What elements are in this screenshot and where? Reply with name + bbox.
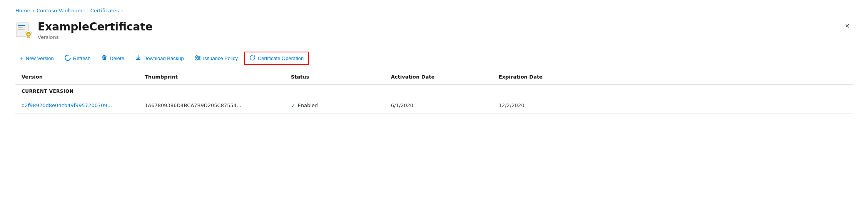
cert-operation-icon [249, 55, 255, 62]
refresh-label: Refresh [73, 55, 91, 61]
svg-rect-8 [102, 56, 107, 57]
table-section: Version Thumbprint Status Activation Dat… [15, 69, 853, 114]
col-expiration-date: Expiration Date [499, 74, 606, 80]
certificate-operation-label: Certificate Operation [258, 55, 304, 61]
issuance-policy-icon [195, 55, 201, 62]
refresh-icon [65, 55, 71, 62]
new-version-button[interactable]: + New Version [15, 53, 58, 64]
header-row: ★ ExampleCertificate Versions × [15, 20, 853, 40]
col-activation-date: Activation Date [391, 74, 499, 80]
check-icon: ✓ [291, 102, 295, 109]
issuance-policy-label: Issuance Policy [203, 55, 238, 61]
page-subtitle: Versions [38, 34, 153, 40]
breadcrumb: Home › Contoso-Vaultname | Certificates … [15, 8, 853, 13]
breadcrumb-home[interactable]: Home [15, 8, 30, 13]
svg-point-15 [198, 57, 200, 59]
certificate-icon: ★ [15, 21, 32, 38]
svg-point-16 [196, 59, 197, 60]
svg-text:★: ★ [27, 33, 30, 37]
breadcrumb-certificates[interactable]: Contoso-Vaultname | Certificates [37, 8, 119, 13]
col-thumbprint: Thumbprint [145, 74, 291, 80]
download-icon [135, 55, 141, 62]
svg-rect-1 [18, 25, 25, 26]
close-button[interactable]: × [842, 20, 853, 31]
download-backup-button[interactable]: Download Backup [130, 52, 189, 64]
status-text: Enabled [298, 102, 318, 108]
toolbar: + New Version Refresh Delete [15, 48, 853, 69]
plus-icon: + [20, 55, 23, 62]
cell-status: ✓ Enabled [291, 102, 391, 109]
page-title: ExampleCertificate [38, 20, 153, 34]
download-backup-label: Download Backup [144, 55, 184, 61]
certificate-operation-button[interactable]: Certificate Operation [244, 52, 309, 65]
col-version: Version [22, 74, 145, 80]
title-section: ★ ExampleCertificate Versions [15, 20, 153, 40]
breadcrumb-sep-2: › [121, 8, 123, 13]
svg-rect-3 [18, 29, 25, 30]
cell-expiration-date: 12/2/2020 [499, 102, 606, 108]
refresh-button[interactable]: Refresh [60, 52, 95, 64]
svg-rect-7 [103, 55, 105, 56]
svg-point-14 [196, 55, 197, 57]
delete-button[interactable]: Delete [97, 52, 129, 64]
cell-activation-date: 6/1/2020 [391, 102, 499, 108]
title-text: ExampleCertificate Versions [38, 20, 153, 40]
col-status: Status [291, 74, 391, 80]
breadcrumb-sep-1: › [32, 8, 34, 13]
version-link[interactable]: d2f98920d8e04cb49f9957200709... [22, 102, 112, 108]
cell-version: d2f98920d8e04cb49f9957200709... [22, 102, 145, 108]
issuance-policy-button[interactable]: Issuance Policy [190, 52, 242, 64]
table-header: Version Thumbprint Status Activation Dat… [15, 69, 853, 85]
delete-label: Delete [110, 55, 124, 61]
table-row[interactable]: d2f98920d8e04cb49f9957200709... 1A678093… [15, 98, 853, 114]
delete-icon [101, 55, 107, 62]
new-version-label: New Version [26, 55, 54, 61]
page-container: Home › Contoso-Vaultname | Certificates … [0, 0, 868, 213]
cell-thumbprint: 1A67809386D4BCA7B9D205C87554... [145, 102, 291, 108]
svg-rect-2 [18, 27, 23, 28]
current-version-label: CURRENT VERSION [15, 85, 853, 98]
